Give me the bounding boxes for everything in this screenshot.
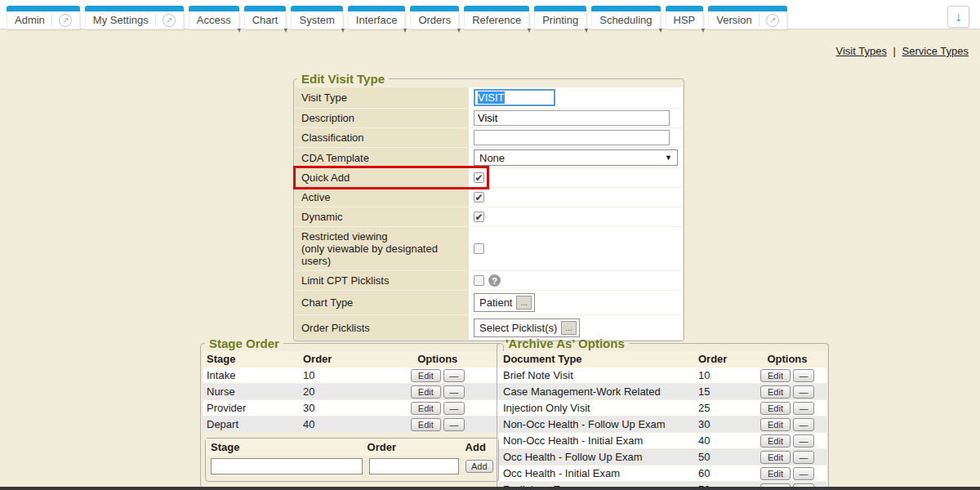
chart-type-value: Patient [479, 296, 512, 309]
edit-button[interactable]: Edit [411, 402, 441, 415]
remove-button[interactable]: — [443, 369, 465, 382]
form-row-description: Description [295, 109, 683, 128]
form-row-dynamic: Dynamic ✔ [295, 207, 683, 227]
visit-type-input[interactable]: VISIT [474, 89, 555, 106]
add-stage-button[interactable]: Add [466, 460, 493, 473]
edit-button[interactable]: Edit [760, 402, 791, 415]
table-row: Intake 10 Edit — [203, 368, 501, 384]
form-row-restricted-viewing: Restricted viewing (only viewable by des… [295, 227, 683, 271]
active-label: Active [295, 188, 469, 207]
tab-hsp[interactable]: HSP [666, 6, 704, 29]
stage-order-section: Stage Order Stage Order Options Intake 1… [200, 336, 482, 488]
stage-cell: Provider [207, 402, 303, 414]
remove-button[interactable]: — [443, 418, 465, 431]
chart-type-picker[interactable]: Patient ... [474, 293, 535, 312]
tab-label: Reference [472, 14, 521, 26]
edit-button[interactable]: Edit [760, 385, 791, 399]
new-order-input[interactable] [369, 458, 459, 474]
edit-visit-type-section: Edit Visit Type Visit Type VISIT Descrip… [293, 72, 683, 341]
order-picklists-picker[interactable]: Select Picklist(s) ... [474, 318, 580, 337]
selected-text: VISIT [478, 91, 505, 104]
chart-type-browse-button[interactable]: ... [516, 296, 531, 310]
form-row-limit-cpt: Limit CPT Picklists ? [295, 271, 683, 291]
tab-label: Scheduling [599, 14, 652, 26]
tab-cap [534, 6, 586, 11]
tab-cap [348, 6, 406, 11]
tab-my-settings[interactable]: My Settings ↗ [85, 6, 184, 29]
tab-cap [410, 6, 459, 11]
help-icon[interactable]: ? [488, 274, 501, 287]
tab-admin[interactable]: Admin ↗ [7, 6, 80, 29]
table-row: Injection Only Visit 25 Edit — [499, 400, 826, 416]
tab-label: Orders [418, 14, 451, 26]
edit-button[interactable]: Edit [411, 369, 441, 382]
col-order: Order [303, 353, 378, 365]
order-cell: 30 [303, 402, 378, 414]
tab-cap [464, 6, 529, 11]
cda-template-select[interactable]: None ▼ [474, 149, 678, 166]
visit-types-link[interactable]: Visit Types [836, 45, 887, 57]
tab-label: Printing [542, 14, 578, 26]
remove-button[interactable]: — [793, 451, 814, 464]
edit-button[interactable]: Edit [760, 369, 791, 382]
archive-table-header: Document Type Order Options [499, 351, 826, 368]
remove-button[interactable]: — [793, 369, 814, 382]
tab-scheduling[interactable]: Scheduling [591, 6, 660, 29]
tab-cap [666, 6, 704, 11]
remove-button[interactable]: — [793, 467, 814, 480]
dynamic-checkbox[interactable]: ✔ [474, 212, 484, 222]
cda-template-label: CDA Template [295, 148, 469, 167]
remove-button[interactable]: — [443, 402, 465, 415]
tab-divider [155, 14, 156, 27]
external-link-icon[interactable]: ↗ [59, 14, 72, 27]
doc-type-cell: Occ Health - Initial Exam [503, 467, 698, 479]
tab-version[interactable]: Version ↗ [708, 6, 786, 29]
description-input[interactable] [474, 110, 670, 126]
dropdown-corner-icon [403, 29, 408, 33]
order-cell: 10 [698, 369, 752, 381]
tab-orders[interactable]: Orders [410, 6, 459, 29]
quick-add-checkbox[interactable]: ✔ [474, 172, 484, 183]
remove-button[interactable]: — [793, 402, 814, 415]
col-order: Order [368, 441, 466, 453]
tab-divider [759, 14, 760, 27]
download-button[interactable]: ↓ [947, 6, 969, 28]
tab-interface[interactable]: Interface [348, 6, 406, 29]
edit-button[interactable]: Edit [760, 418, 791, 431]
external-link-icon[interactable]: ↗ [163, 14, 176, 27]
tab-printing[interactable]: Printing [534, 6, 586, 29]
form-row-chart-type: Chart Type Patient ... [295, 291, 683, 315]
order-cell: 60 [698, 467, 752, 479]
classification-input[interactable] [474, 130, 670, 145]
tab-chart[interactable]: Chart [244, 6, 287, 29]
stage-cell: Depart [207, 418, 303, 430]
restricted-viewing-checkbox[interactable] [474, 243, 484, 254]
service-types-link[interactable]: Service Types [902, 45, 969, 57]
order-cell: 50 [698, 451, 752, 463]
nav-tabs: Admin ↗ My Settings ↗ Access Chart Syste… [7, 6, 787, 29]
limit-cpt-checkbox[interactable] [474, 275, 484, 286]
table-row: Non-Occ Health - Follow Up Exam 30 Edit … [499, 416, 826, 433]
order-cell: 40 [303, 418, 378, 430]
order-picklists-browse-button[interactable]: ... [561, 321, 576, 335]
col-stage: Stage [207, 353, 303, 365]
edit-button[interactable]: Edit [760, 434, 791, 448]
remove-button[interactable]: — [793, 385, 814, 399]
dropdown-corner-icon [583, 29, 588, 33]
remove-button[interactable]: — [793, 434, 814, 448]
edit-button[interactable]: Edit [411, 385, 441, 399]
edit-button[interactable]: Edit [760, 451, 791, 464]
remove-button[interactable]: — [793, 418, 814, 431]
edit-button[interactable]: Edit [411, 418, 441, 431]
tab-label: System [299, 14, 334, 26]
link-separator: | [893, 45, 896, 57]
tab-reference[interactable]: Reference [464, 6, 529, 29]
active-checkbox[interactable]: ✔ [474, 192, 484, 203]
tab-cap [291, 6, 342, 11]
tab-system[interactable]: System [291, 6, 342, 29]
new-stage-input[interactable] [211, 458, 363, 474]
tab-access[interactable]: Access [189, 6, 239, 29]
edit-button[interactable]: Edit [760, 467, 791, 480]
external-link-icon[interactable]: ↗ [766, 14, 779, 27]
remove-button[interactable]: — [443, 385, 465, 399]
